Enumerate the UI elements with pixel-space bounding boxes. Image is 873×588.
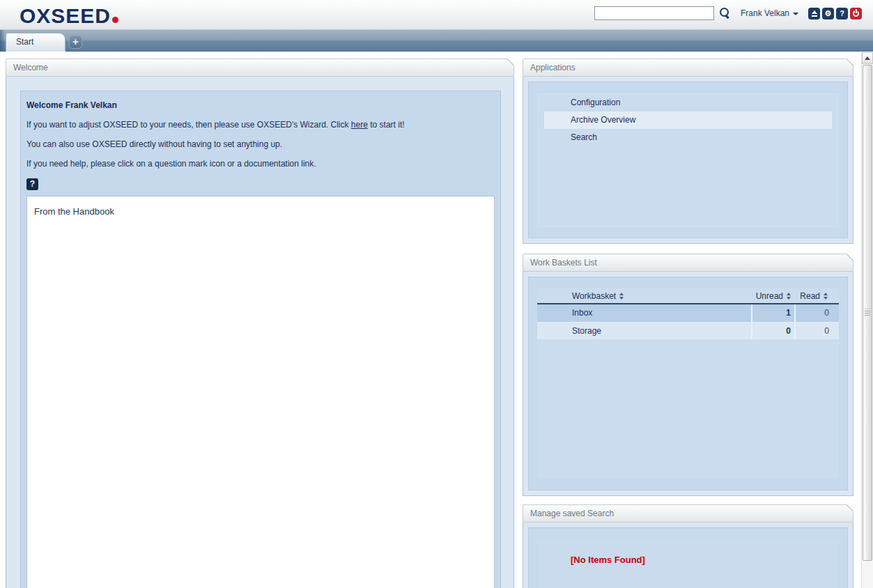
app-item-archive-overview[interactable]: Archive Overview	[544, 111, 832, 129]
applications-panel-body: Configuration Archive Overview Search	[523, 77, 853, 244]
sort-icon	[619, 293, 625, 300]
applications-panel: Applications Configuration Archive Overv…	[523, 59, 853, 244]
header-toolbar: Frank Velkan ⚙ ?	[594, 6, 862, 20]
sort-icon	[823, 293, 829, 300]
app-header: OXSEED Frank Velkan ⚙ ?	[0, 0, 873, 30]
user-menu[interactable]: Frank Velkan	[741, 8, 798, 18]
wizard-line-post: to start it!	[368, 120, 405, 130]
chevron-down-icon	[793, 13, 798, 15]
table-row-storage[interactable]: Storage 0 0	[537, 322, 839, 339]
question-mark-icon[interactable]: ?	[26, 178, 38, 190]
eject-triangle	[812, 10, 817, 14]
applications-panel-header: Applications	[523, 59, 853, 77]
search-icon[interactable]	[717, 6, 731, 20]
scrollbar-grip-icon	[865, 309, 870, 317]
main-content: Welcome Welcome Frank Velkan If you want…	[0, 52, 873, 588]
welcome-wizard-line: If you want to adjust OXSEED to your nee…	[26, 120, 495, 130]
unread-count: 0	[751, 323, 796, 339]
saved-search-panel: Manage saved Search [No Items Found]	[523, 504, 853, 588]
workbaskets-table: Workbasket Unread Read Inbox 1 0 Storage…	[537, 288, 839, 479]
wizard-line-pre: If you want to adjust OXSEED to your nee…	[26, 120, 351, 130]
workbaskets-panel: Work Baskets List Workbasket Unread Read…	[523, 254, 853, 496]
tab-bar: Start +	[0, 30, 873, 52]
workbaskets-panel-header: Work Baskets List	[523, 254, 853, 272]
no-items-found-message: [No Items Found]	[571, 555, 645, 565]
read-count: 0	[796, 323, 839, 339]
tab-start[interactable]: Start	[6, 33, 65, 52]
column-label: Workbasket	[572, 291, 616, 301]
logo-text: OXSEED	[20, 4, 111, 27]
workbasket-name: Storage	[537, 323, 751, 339]
eject-icon[interactable]	[808, 8, 820, 20]
handbook-title: From the Handbook	[34, 206, 487, 217]
power-circle	[853, 10, 859, 17]
workbaskets-panel-body: Workbasket Unread Read Inbox 1 0 Storage…	[523, 272, 853, 496]
welcome-line2: You can also use OXSEED directly without…	[26, 139, 495, 149]
column-label: Read	[800, 291, 820, 301]
wizard-here-link[interactable]: here	[351, 120, 368, 130]
power-icon[interactable]	[850, 8, 862, 20]
saved-search-panel-header: Manage saved Search	[523, 504, 853, 523]
welcome-panel-header: Welcome	[6, 59, 514, 77]
scrollbar-up-button[interactable]	[862, 52, 873, 64]
eject-bar	[812, 15, 817, 17]
workbasket-name: Inbox	[537, 304, 751, 322]
help-icon[interactable]: ?	[836, 8, 848, 20]
welcome-greeting: Welcome Frank Velkan	[26, 100, 495, 110]
user-name: Frank Velkan	[741, 8, 789, 18]
welcome-message-box: Welcome Frank Velkan If you want to adju…	[20, 91, 501, 588]
logo-dot-icon	[112, 17, 118, 23]
workbaskets-table-header: Workbasket Unread Read	[537, 288, 839, 304]
sort-icon	[786, 293, 792, 300]
oxseed-logo: OXSEED	[20, 4, 118, 28]
welcome-line3: If you need help, please click on a ques…	[26, 159, 495, 169]
table-row-inbox[interactable]: Inbox 1 0	[537, 304, 839, 322]
global-search-input[interactable]	[594, 6, 714, 20]
handbook-box: From the Handbook	[26, 196, 495, 588]
scrollbar-thumb[interactable]	[863, 65, 872, 561]
unread-count: 1	[751, 304, 796, 322]
applications-list: Configuration Archive Overview Search	[537, 93, 839, 227]
vertical-scrollbar[interactable]	[861, 52, 873, 588]
arrow-up-icon	[865, 56, 870, 60]
gear-icon[interactable]: ⚙	[822, 8, 834, 20]
add-tab-button[interactable]: +	[69, 36, 82, 49]
column-header-unread[interactable]: Unread	[751, 288, 796, 303]
column-header-workbasket[interactable]: Workbasket	[537, 288, 751, 303]
read-count: 0	[796, 304, 839, 322]
app-item-search[interactable]: Search	[538, 129, 838, 146]
applications-panel-inner: Configuration Archive Overview Search	[528, 82, 848, 238]
column-label: Unread	[756, 291, 783, 301]
saved-search-panel-inner: [No Items Found]	[528, 527, 848, 588]
saved-search-list: [No Items Found]	[537, 539, 839, 588]
workbaskets-panel-inner: Workbasket Unread Read Inbox 1 0 Storage…	[528, 277, 848, 490]
column-header-read[interactable]: Read	[796, 288, 839, 303]
header-icon-buttons: ⚙ ?	[808, 8, 862, 20]
app-item-configuration[interactable]: Configuration	[538, 94, 838, 111]
welcome-panel-body: Welcome Frank Velkan If you want to adju…	[6, 77, 514, 588]
welcome-panel: Welcome Welcome Frank Velkan If you want…	[6, 59, 514, 588]
saved-search-panel-body: [No Items Found]	[523, 523, 853, 588]
